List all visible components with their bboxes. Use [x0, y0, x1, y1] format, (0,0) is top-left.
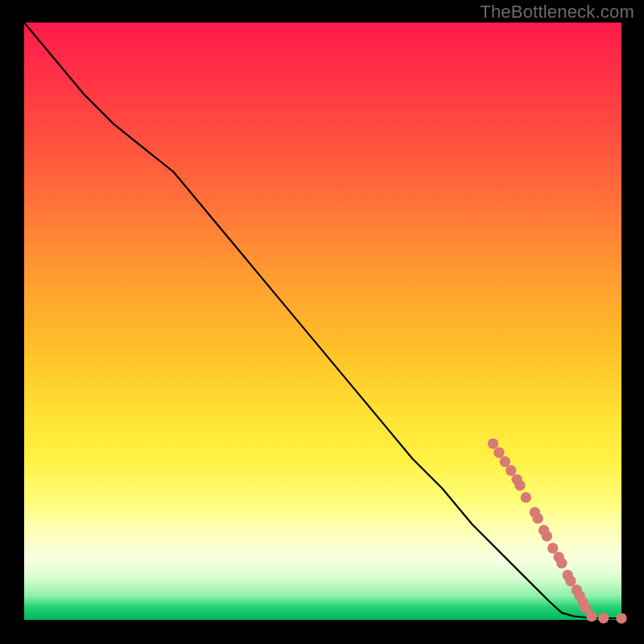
chart-stage: TheBottleneck.com: [0, 0, 644, 644]
chart-overlay-svg: [0, 0, 644, 644]
chart-marker: [542, 530, 552, 541]
chart-marker: [616, 613, 626, 623]
chart-marker: [598, 613, 609, 623]
chart-marker: [521, 492, 531, 502]
chart-marker: [565, 576, 576, 586]
chart-marker: [514, 480, 525, 490]
chart-marker: [532, 513, 543, 523]
chart-marker: [500, 456, 510, 467]
chart-marker: [493, 448, 504, 458]
chart-marker: [547, 543, 558, 553]
chart-line: [24, 23, 621, 618]
chart-marker: [488, 438, 498, 448]
chart-marker: [586, 611, 597, 621]
chart-marker: [506, 465, 516, 476]
chart-marker: [556, 558, 567, 568]
